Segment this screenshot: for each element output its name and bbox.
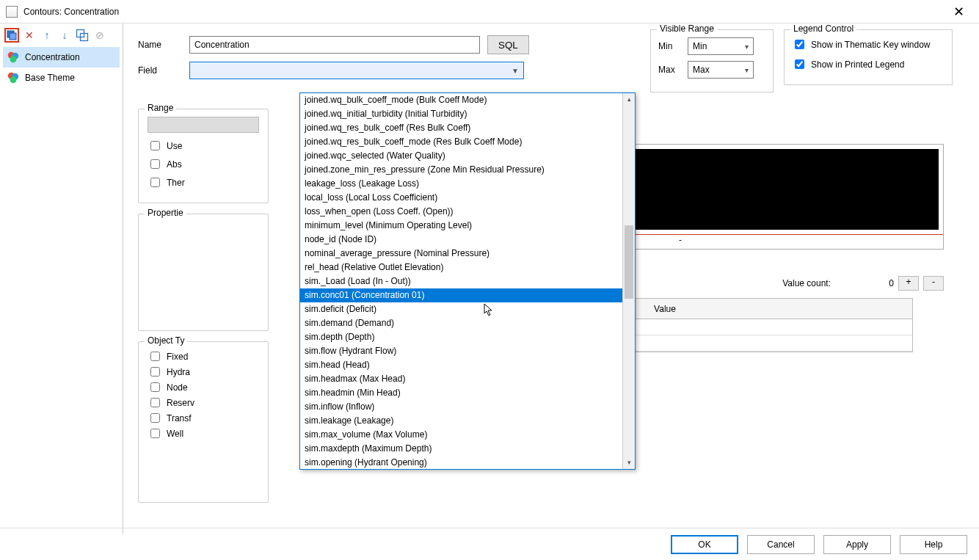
- properties-group: Propertie: [138, 214, 269, 331]
- group-title: Range: [145, 103, 176, 113]
- min-combo[interactable]: Min ▾: [688, 37, 754, 55]
- object-type-checkbox[interactable]: [150, 398, 160, 407]
- dropdown-item[interactable]: local_loss (Local Loss Coefficient): [300, 191, 622, 205]
- sidebar: ✕ ↑ ↓ ⊘ Concentration Base Theme: [0, 23, 123, 534]
- sql-button[interactable]: SQL: [487, 35, 529, 54]
- object-type-row: Node: [148, 380, 259, 394]
- dropdown-item[interactable]: sim.demand (Demand): [300, 316, 622, 330]
- dropdown-item[interactable]: joined.wq_initial_turbidity (Initial Tur…: [300, 107, 622, 121]
- object-type-row: Fixed: [148, 349, 259, 363]
- range-color-button[interactable]: [148, 117, 259, 133]
- field-combo[interactable]: ▼: [189, 62, 524, 79]
- main-panel: Name SQL Field ▼ Visible Range Min Min ▾…: [123, 23, 979, 534]
- object-type-checkbox[interactable]: [150, 367, 160, 377]
- object-type-label: Node: [167, 382, 188, 393]
- group-title: Visible Range: [657, 23, 717, 34]
- object-type-row: Transf: [148, 411, 259, 425]
- ok-button[interactable]: OK: [671, 535, 738, 554]
- sidebar-item-label: Concentration: [25, 52, 80, 62]
- dropdown-item[interactable]: sim.headmax (Max Head): [300, 372, 622, 386]
- chevron-down-icon: ▼: [507, 67, 519, 75]
- chevron-down-icon: ▾: [740, 43, 749, 51]
- dropdown-item[interactable]: node_id (Node ID): [300, 233, 622, 247]
- dropdown-scrollbar[interactable]: ▴ ▾: [622, 93, 635, 469]
- scroll-up-icon[interactable]: ▴: [623, 93, 635, 106]
- ther-checkbox[interactable]: [150, 178, 160, 187]
- max-label: Max: [658, 65, 680, 75]
- dropdown-item[interactable]: sim.max_volume (Max Volume): [300, 428, 622, 442]
- object-type-label: Hydra: [167, 367, 190, 377]
- object-type-checkbox[interactable]: [150, 352, 160, 361]
- name-input[interactable]: [189, 36, 480, 54]
- object-type-row: Hydra: [148, 365, 259, 379]
- up-arrow-icon[interactable]: ↑: [40, 28, 54, 43]
- dropdown-item[interactable]: sim.head (Head): [300, 358, 622, 372]
- use-checkbox[interactable]: [150, 141, 160, 150]
- legend-control-group: Legend Control Show in Thematic Key wind…: [784, 29, 953, 85]
- dropdown-item[interactable]: sim.opening (Hydrant Opening): [300, 456, 622, 469]
- title-bar: Contours: Concentration ✕: [0, 0, 979, 23]
- dropdown-item[interactable]: sim.leakage (Leakage): [300, 414, 622, 428]
- object-type-label: Fixed: [167, 352, 188, 362]
- dropdown-item[interactable]: joined.wq_res_bulk_coeff (Res Bulk Coeff…: [300, 121, 622, 135]
- value-count-label: Value count:: [782, 278, 831, 288]
- theme-icon: [6, 50, 21, 65]
- field-label: Field: [138, 65, 182, 76]
- cancel-button[interactable]: Cancel: [747, 535, 815, 554]
- dropdown-item[interactable]: nominal_average_pressure (Nominal Pressu…: [300, 247, 622, 261]
- dropdown-item[interactable]: sim.inflow (Inflow): [300, 400, 622, 414]
- value-minus-button[interactable]: -: [923, 276, 944, 291]
- dropdown-item[interactable]: joined.zone_min_res_pressure (Zone Min R…: [300, 163, 622, 177]
- svg-point-9: [10, 76, 17, 83]
- show-printed-checkbox[interactable]: [795, 59, 804, 69]
- delete-icon[interactable]: ✕: [22, 28, 37, 43]
- close-icon[interactable]: ✕: [944, 4, 973, 20]
- dropdown-item[interactable]: sim.conc01 (Concentration 01): [300, 288, 622, 302]
- dropdown-item[interactable]: sim.flow (Hydrant Flow): [300, 344, 622, 358]
- object-type-checkbox[interactable]: [150, 429, 160, 438]
- object-type-label: Transf: [167, 413, 192, 423]
- svg-point-6: [10, 56, 17, 62]
- dropdown-item[interactable]: leakage_loss (Leakage Loss): [300, 177, 622, 191]
- group-title: Legend Control: [790, 23, 856, 34]
- object-type-checkbox[interactable]: [150, 413, 160, 423]
- window-title: Contours: Concentration: [23, 7, 944, 17]
- dropdown-item[interactable]: joined.wqc_selected (Water Quality): [300, 149, 622, 163]
- dropdown-item[interactable]: loss_when_open (Loss Coeff. (Open)): [300, 205, 622, 219]
- scroll-down-icon[interactable]: ▾: [623, 457, 635, 469]
- down-arrow-icon[interactable]: ↓: [57, 28, 72, 43]
- help-button[interactable]: Help: [900, 535, 967, 554]
- sidebar-item-concentration[interactable]: Concentration: [3, 47, 120, 68]
- dialog-buttons: OK Cancel Apply Help: [0, 528, 979, 560]
- show-thematic-checkbox[interactable]: [795, 40, 804, 49]
- group-title: Propertie: [145, 208, 186, 218]
- dropdown-item[interactable]: sim.maxdepth (Maximum Depth): [300, 442, 622, 456]
- sidebar-item-label: Base Theme: [25, 73, 75, 83]
- apply-button[interactable]: Apply: [823, 535, 891, 554]
- visible-range-group: Visible Range Min Min ▾ Max Max ▾: [650, 29, 774, 92]
- new-layer-icon[interactable]: [4, 28, 19, 43]
- max-combo[interactable]: Max ▾: [688, 61, 754, 79]
- dropdown-item[interactable]: rel_head (Relative Outlet Elevation): [300, 261, 622, 274]
- dropdown-item[interactable]: sim.depth (Depth): [300, 330, 622, 344]
- dropdown-item[interactable]: joined.wq_res_bulk_coeff_mode (Res Bulk …: [300, 135, 622, 149]
- copy-icon[interactable]: [75, 28, 90, 43]
- disable-icon[interactable]: ⊘: [92, 28, 107, 43]
- dropdown-item[interactable]: minimum_level (Minimum Operating Level): [300, 219, 622, 233]
- dropdown-item[interactable]: sim.headmin (Min Head): [300, 386, 622, 400]
- abs-checkbox[interactable]: [150, 159, 160, 169]
- value-count-value: 0: [835, 278, 894, 288]
- scroll-thumb[interactable]: [625, 225, 633, 299]
- object-type-group: Object Ty FixedHydraNodeReservTransfWell: [138, 341, 269, 503]
- app-icon: [6, 6, 18, 18]
- value-plus-button[interactable]: +: [898, 276, 919, 291]
- sidebar-item-base-theme[interactable]: Base Theme: [3, 68, 120, 88]
- range-group: Range Use Abs Ther: [138, 109, 269, 203]
- dropdown-item[interactable]: sim._Load (Load (In - Out)): [300, 274, 622, 288]
- dropdown-item[interactable]: sim.deficit (Deficit): [300, 302, 622, 316]
- object-type-label: Well: [167, 429, 183, 439]
- dropdown-item[interactable]: joined.wq_bulk_coeff_mode (Bulk Coeff Mo…: [300, 93, 622, 107]
- min-label: Min: [658, 41, 680, 51]
- object-type-checkbox[interactable]: [150, 382, 160, 392]
- chevron-down-icon: ▾: [740, 66, 749, 74]
